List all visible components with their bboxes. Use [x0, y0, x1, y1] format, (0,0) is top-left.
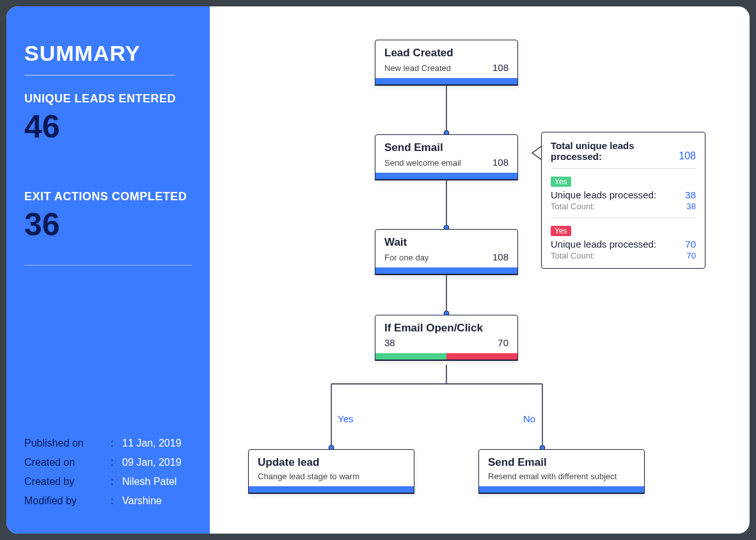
split-no-segment: [446, 353, 517, 360]
meta-val: 11 Jan, 2019: [122, 438, 182, 449]
node-subtitle: Change lead stage to warm: [258, 472, 359, 481]
node-title: Wait: [384, 236, 508, 249]
node-subtitle: Send welcome email: [384, 158, 461, 168]
divider: [24, 75, 175, 75]
node-title: Send Email: [384, 141, 508, 154]
badge-no: Yes: [551, 226, 571, 236]
tooltip-yes-count-value: 38: [687, 202, 696, 211]
summary-sidebar: SUMMARY UNIQUE LEADS ENTERED 46 EXIT ACT…: [6, 6, 210, 534]
tooltip-yes-label: Unique leads processed:: [551, 189, 656, 200]
meta-key: Created by: [24, 476, 111, 488]
node-count: 108: [492, 251, 508, 262]
tooltip-no-count-value: 70: [687, 251, 696, 260]
node-accent-bar: [375, 173, 517, 179]
branch-yes-label: Yes: [338, 413, 353, 424]
divider: [24, 265, 192, 266]
meta-val: Nilesh Patel: [122, 476, 177, 488]
summary-title: SUMMARY: [24, 41, 192, 66]
tooltip-total-label: Total unique leads processed:: [551, 140, 666, 162]
tooltip-total-value: 108: [679, 150, 696, 162]
tooltip-no-count-label: Total Count:: [551, 251, 595, 260]
tooltip-pointer: [533, 147, 542, 159]
divider: [551, 168, 696, 169]
node-resend-email[interactable]: Send Email Resend email with different s…: [478, 449, 645, 494]
node-count: 108: [492, 157, 508, 168]
node-no-count: 70: [498, 337, 508, 348]
node-accent-bar: [249, 486, 414, 493]
flow-canvas[interactable]: Lead Created New lead Created 108 Send E…: [210, 6, 750, 534]
node-subtitle: New lead Created: [384, 63, 451, 73]
node-title: Send Email: [488, 456, 635, 469]
node-accent-bar: [479, 486, 644, 493]
split-yes-segment: [375, 353, 446, 360]
meta-created-by: Created by : Nilesh Patel: [24, 476, 197, 488]
badge-yes: Yes: [551, 177, 571, 187]
meta-published-on: Published on : 11 Jan, 2019: [24, 438, 197, 449]
meta-modified-by: Modified by : Varshine: [24, 495, 197, 507]
node-if-email-open[interactable]: If Email Open/Click 38 70: [375, 315, 518, 361]
node-wait[interactable]: Wait For one day 108: [375, 229, 518, 275]
divider: [551, 218, 696, 218]
node-accent-bar: [375, 267, 517, 274]
meta-created-on: Created on : 09 Jan, 2019: [24, 457, 197, 468]
colon: :: [111, 495, 122, 507]
node-accent-bar: [375, 78, 517, 84]
tooltip-no-label: Unique leads processed:: [551, 239, 656, 250]
tooltip-yes-value: 38: [685, 189, 696, 200]
unique-leads-value: 46: [24, 108, 192, 145]
exit-actions-label: EXIT ACTIONS COMPLETED: [24, 190, 192, 203]
unique-leads-label: UNIQUE LEADS ENTERED: [24, 92, 192, 106]
branch-no-label: No: [523, 413, 535, 424]
exit-actions-value: 36: [24, 206, 192, 243]
tooltip-yes-count-label: Total Count:: [551, 202, 595, 211]
node-subtitle: For one day: [384, 253, 429, 262]
meta-block: Published on : 11 Jan, 2019 Created on :…: [24, 438, 197, 514]
node-yes-count: 38: [384, 337, 395, 348]
node-title: Update lead: [258, 456, 405, 469]
app-frame: SUMMARY UNIQUE LEADS ENTERED 46 EXIT ACT…: [6, 6, 750, 534]
node-subtitle: Resend email with different subject: [488, 472, 617, 481]
meta-key: Created on: [24, 457, 111, 468]
node-send-email[interactable]: Send Email Send welcome email 108: [375, 134, 518, 180]
node-lead-created[interactable]: Lead Created New lead Created 108: [375, 40, 518, 86]
meta-val: Varshine: [122, 495, 162, 507]
node-count: 108: [492, 62, 508, 73]
colon: :: [111, 457, 122, 468]
node-title: If Email Open/Click: [384, 322, 508, 335]
node-update-lead[interactable]: Update lead Change lead stage to warm: [248, 449, 414, 494]
tooltip-no-value: 70: [685, 239, 696, 250]
colon: :: [111, 476, 122, 488]
node-split-bar: [375, 353, 517, 360]
meta-val: 09 Jan, 2019: [122, 457, 182, 468]
meta-key: Published on: [24, 438, 111, 449]
node-stats-tooltip: Total unique leads processed: 108 Yes Un…: [541, 132, 705, 269]
meta-key: Modified by: [24, 495, 111, 507]
node-title: Lead Created: [384, 47, 508, 60]
colon: :: [111, 438, 122, 449]
